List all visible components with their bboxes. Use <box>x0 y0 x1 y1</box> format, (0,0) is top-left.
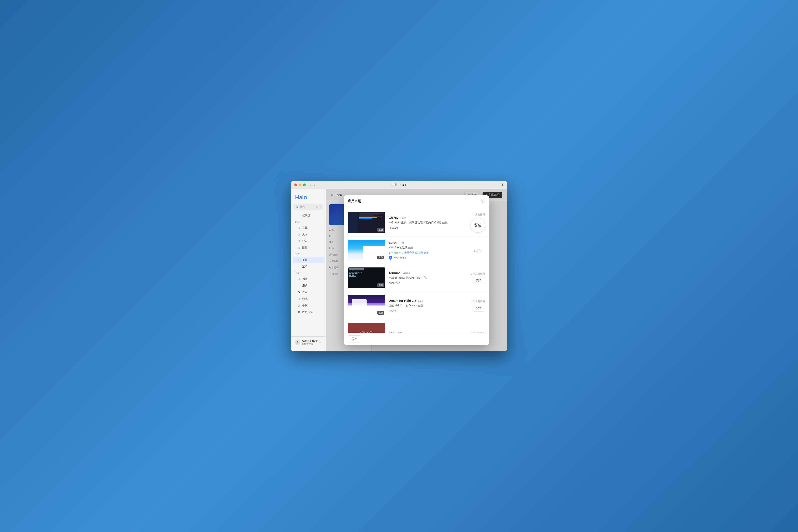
vno-version: 2.0.0 <box>396 331 402 333</box>
sidebar-item-label: 页面 <box>302 232 308 236</box>
chirpy-name: Chirpy <box>388 216 399 220</box>
chirpy-author: AirboZH <box>388 226 467 229</box>
app-store-modal: 应用市场 ✕ <box>344 195 489 345</box>
earth-author-name: Ryan Wang <box>394 256 406 259</box>
vno-update-time: 1 个月前更新 <box>471 331 485 333</box>
view-detail-link[interactable]: 查看详情 <box>404 251 414 254</box>
chirpy-header: Chirpy 1.3.2 <box>388 216 467 220</box>
comments-icon: □ <box>297 240 301 243</box>
earth-header: Earth 1.7.0 <box>388 241 468 244</box>
overview-icon: □ <box>297 297 301 301</box>
sidebar-item-overview[interactable]: □ 概览 <box>292 296 324 302</box>
sidebar-item-dashboard[interactable]: ○ 仪表盘 <box>292 212 324 219</box>
vno-info: Vno 2.0.0 <box>388 331 467 333</box>
dream-name: Dream for Halo 2.x <box>388 299 416 302</box>
theme-list: 主题 Chirpy 1.3.2 一个 Halo 生态，简约且功能丰富的技术博客主… <box>344 207 489 333</box>
sidebar-item-plugins[interactable]: ⊗ 插件 <box>292 276 324 282</box>
search-shortcut: ⌘+K <box>316 206 321 208</box>
sidebar-section-content: 内容 <box>291 219 326 225</box>
sidebar-item-settings[interactable]: ⚙ 设置 <box>292 289 324 296</box>
sidebar-item-pages[interactable]: □ 页面 <box>292 231 324 238</box>
dream-desc: 适配 Halo 2.x 的 Dream 主题 <box>388 304 467 307</box>
terminal-version: v0.0.8 <box>403 272 410 275</box>
earth-update-notice: ● 有新版本， 查看详情 或 立即更新 <box>388 251 468 254</box>
dream-badge: 主题 <box>377 311 384 315</box>
dream-actions: 1 个月前更新 安装 <box>471 300 485 311</box>
modal-close-button[interactable]: ✕ <box>480 199 485 204</box>
sidebar-item-label: 文章 <box>302 226 308 230</box>
sidebar: Halo 🔍 搜索 ⌘+K ○ 仪表盘 内容 □ 文章 □ 页面 □ <box>291 189 326 351</box>
vno-preview-content: Vno Jekyll ● <box>348 323 385 333</box>
chirpy-info: Chirpy 1.3.2 一个 Halo 生态，简约且功能丰富的技术博客主题。 … <box>388 216 467 229</box>
titlebar: ‹ › 主题 – Halo ⬆ <box>291 181 507 189</box>
app-window: ‹ › 主题 – Halo ⬆ Halo 🔍 搜索 ⌘+K ○ 仪表盘 内容 □… <box>291 181 507 351</box>
dream-author-name: nineya <box>388 309 396 312</box>
back-arrow-icon[interactable]: ‹ <box>309 183 312 187</box>
themes-icon: ○ <box>297 258 301 262</box>
earth-version: 1.7.0 <box>398 242 404 244</box>
window-title: 主题 – Halo <box>392 183 406 187</box>
sidebar-section-appearance: 外观 <box>291 251 326 256</box>
terminal-name: Terminal <box>388 271 401 275</box>
window-controls[interactable] <box>294 184 306 186</box>
theme-item-vno: Vno Jekyll ● Vno 2.0.0 <box>344 319 489 333</box>
minimize-window-button[interactable] <box>299 184 301 186</box>
earth-installed-label: 已安装 <box>471 248 485 254</box>
sidebar-item-label: 备份 <box>302 304 308 307</box>
update-or: 或 <box>415 251 418 254</box>
search-bar[interactable]: 🔍 搜索 ⌘+K <box>293 204 323 210</box>
sidebar-item-themes[interactable]: ○ 主题 <box>292 256 324 263</box>
ryan-avatar: R <box>388 256 392 260</box>
sidebar-item-label: 仪表盘 <box>302 214 310 217</box>
chirpy-actions: 1 个月前更新 安装 <box>471 213 485 232</box>
user-role: 超级管理员 <box>302 342 318 345</box>
forward-arrow-icon[interactable]: › <box>314 183 316 187</box>
sidebar-item-label: 主题 <box>302 258 308 262</box>
update-now-link[interactable]: 立即更新 <box>419 251 429 254</box>
modal-header: 应用市场 ✕ <box>344 195 489 207</box>
dream-install-button[interactable]: 安装 <box>473 305 485 311</box>
terminal-actions: 1 个月前更新 安装 <box>471 272 485 284</box>
close-modal-button[interactable]: 关闭 <box>348 336 361 342</box>
sidebar-item-label: 概览 <box>302 297 308 301</box>
sidebar-item-appstore[interactable]: ⊞ 应用市场 <box>292 309 324 316</box>
theme-item-dream: 主题 Dream for Halo 2.x 1.1.1 适配 Halo 2.x … <box>344 292 489 319</box>
maximize-window-button[interactable] <box>303 184 306 186</box>
sidebar-item-backup[interactable]: □ 备份 <box>292 302 324 309</box>
update-text: 有新版本， <box>391 251 403 254</box>
earth-actions: 已安装 <box>471 246 485 254</box>
sidebar-item-articles[interactable]: □ 文章 <box>292 225 324 231</box>
modal-title: 应用市场 <box>348 199 361 204</box>
theme-item-chirpy: 主题 Chirpy 1.3.2 一个 Halo 生态，简约且功能丰富的技术博客主… <box>344 209 489 236</box>
sidebar-item-attachments[interactable]: □ 附件 <box>292 244 324 251</box>
sidebar-item-label: 应用市场 <box>302 310 313 314</box>
close-window-button[interactable] <box>294 184 297 186</box>
vno-preview-image: Vno Jekyll ● <box>348 323 385 333</box>
sidebar-item-label: 用户 <box>302 284 308 287</box>
theme-item-earth: 主题 Earth 1.7.0 Halo 2.0 的默认主题 ● <box>344 236 489 264</box>
terminal-header: Terminal v0.0.8 <box>388 271 467 275</box>
sidebar-section-system: 系统 <box>291 270 326 276</box>
settings-icon: ⚙ <box>297 290 301 294</box>
share-icon[interactable]: ⬆ <box>501 183 504 187</box>
chirpy-version: 1.3.2 <box>400 216 406 220</box>
sidebar-item-menus[interactable]: ≡ 菜单 <box>292 263 324 270</box>
terminal-author: wan92hen <box>388 282 467 285</box>
attachments-icon: □ <box>297 246 301 249</box>
nav-controls: ‹ › <box>309 183 316 187</box>
sidebar-item-comments[interactable]: □ 评论 <box>292 238 324 244</box>
chirpy-preview-image: 主题 <box>348 212 385 233</box>
vno-header: Vno 2.0.0 <box>388 331 467 333</box>
earth-desc: Halo 2.0 的默认主题 <box>388 246 468 249</box>
vno-name: Vno <box>388 331 395 333</box>
earth-name: Earth <box>388 241 397 244</box>
sidebar-item-users[interactable]: ○ 用户 <box>292 282 324 289</box>
terminal-install-button[interactable]: 安装 <box>473 277 485 284</box>
chirpy-author-name: AirboZH <box>388 226 398 229</box>
terminal-update-time: 1 个月前更新 <box>471 272 485 276</box>
app-logo: Halo <box>291 192 326 204</box>
appstore-icon: ⊞ <box>297 310 301 314</box>
user-more-icon[interactable]: ··· <box>319 341 322 344</box>
chirpy-install-button[interactable]: 安装 <box>471 218 485 232</box>
chirpy-desc: 一个 Halo 生态，简约且功能丰富的技术博客主题。 <box>388 221 467 225</box>
